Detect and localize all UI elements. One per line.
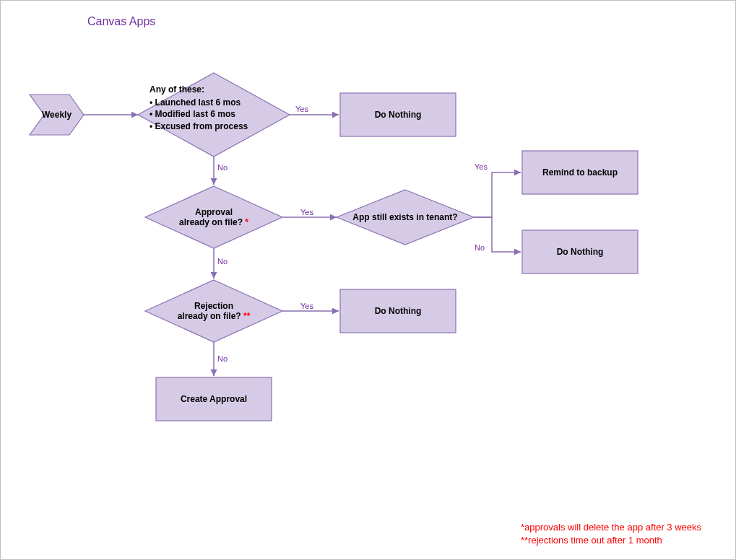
approval-onfile-label: Approvalalready on file? * bbox=[179, 207, 248, 227]
edge-label-yes-1: Yes bbox=[295, 105, 317, 113]
asterisk-one: * bbox=[245, 217, 248, 227]
edge-label-yes-2: Yes bbox=[300, 208, 322, 216]
edge-label-yes-4: Yes bbox=[300, 302, 322, 310]
flowchart-svg: Weekly Any of these: Launched last 6 mos… bbox=[1, 1, 736, 560]
node-rejection-onfile: Rejectionalready on file? ** bbox=[145, 280, 282, 342]
weekly-label: Weekly bbox=[42, 110, 72, 120]
do-nothing-3-label: Do Nothing bbox=[375, 306, 422, 316]
do-nothing-2-label: Do Nothing bbox=[557, 247, 604, 257]
edge-label-no-1: No bbox=[217, 163, 235, 172]
create-approval-label: Create Approval bbox=[181, 394, 247, 404]
edge-label-no-2: No bbox=[475, 243, 492, 252]
edge-appexists-yes bbox=[474, 172, 521, 217]
node-create-approval: Create Approval bbox=[156, 377, 272, 421]
node-do-nothing-1: Do Nothing bbox=[340, 93, 456, 136]
edge-label-no-4: No bbox=[217, 354, 235, 363]
node-cond-recent: Any of these: Launched last 6 mos Modifi… bbox=[138, 73, 290, 157]
node-app-exists: App still exists in tenant? bbox=[337, 190, 474, 245]
remind-backup-label: Remind to backup bbox=[542, 167, 618, 178]
cond1-bullet-2: Modified last 6 mos bbox=[150, 108, 282, 120]
app-exists-label: App still exists in tenant? bbox=[352, 212, 457, 222]
node-do-nothing-3: Do Nothing bbox=[340, 289, 456, 333]
node-do-nothing-2: Do Nothing bbox=[522, 230, 638, 274]
footnote-2: **rejections time out after 1 month bbox=[521, 535, 662, 546]
edge-label-no-3: No bbox=[217, 257, 235, 266]
footnote-1: *approvals will delete the app after 3 w… bbox=[521, 522, 701, 533]
cond1-bullet-3: Excused from process bbox=[150, 121, 282, 132]
asterisk-two: ** bbox=[243, 311, 250, 321]
do-nothing-1-label: Do Nothing bbox=[375, 110, 422, 120]
cond1-header: Any of these: bbox=[150, 84, 282, 95]
rejection-onfile-label: Rejectionalready on file? ** bbox=[178, 301, 251, 321]
diagram-frame: Canvas Apps Weekly Any of these: Launche… bbox=[0, 0, 736, 560]
edge-label-yes-3: Yes bbox=[475, 162, 493, 171]
cond1-bullet-1: Launched last 6 mos bbox=[150, 97, 282, 108]
node-weekly: Weekly bbox=[30, 95, 84, 135]
diagram-title: Canvas Apps bbox=[87, 15, 155, 28]
node-remind-backup: Remind to backup bbox=[522, 151, 638, 194]
node-approval-onfile: Approvalalready on file? * bbox=[145, 186, 282, 248]
